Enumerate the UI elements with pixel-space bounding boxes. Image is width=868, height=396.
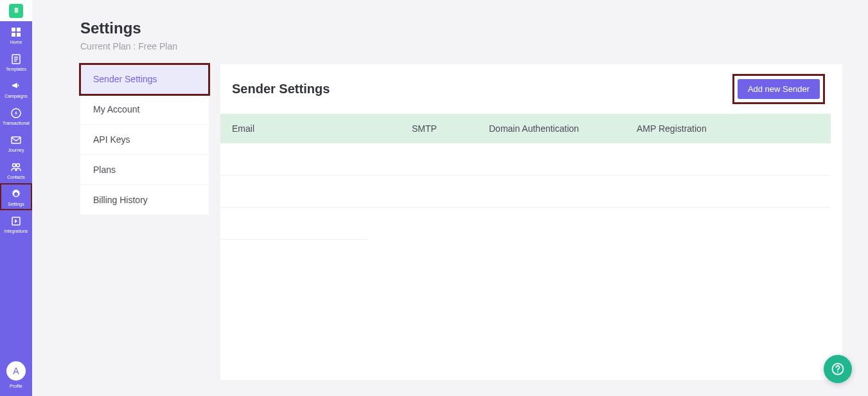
sidebar-item-label: Contacts [7, 175, 25, 179]
sidebar: III Home Templates Campaigns Transaction… [0, 0, 32, 396]
svg-rect-2 [12, 33, 15, 37]
contacts-icon [10, 161, 22, 173]
mail-icon [10, 134, 22, 146]
col-amp: AMP Registration [637, 123, 819, 134]
svg-rect-9 [12, 137, 21, 143]
settings-menu-account[interactable]: My Account [80, 94, 209, 125]
add-sender-highlight: Add new Sender [734, 76, 823, 102]
col-email: Email [232, 123, 412, 134]
settings-menu: Sender Settings My Account API Keys Plan… [80, 64, 209, 380]
gear-icon [10, 188, 22, 200]
svg-rect-1 [17, 28, 21, 32]
settings-menu-sender[interactable]: Sender Settings [80, 64, 209, 94]
col-smtp: SMTP [412, 123, 489, 134]
sidebar-item-label: Home [10, 40, 22, 44]
svg-point-11 [17, 164, 20, 167]
add-new-sender-button[interactable]: Add new Sender [738, 79, 820, 99]
settings-menu-apikeys[interactable]: API Keys [80, 125, 209, 155]
home-icon [10, 26, 22, 38]
svg-point-10 [13, 164, 16, 167]
help-icon [831, 363, 844, 375]
megaphone-icon [10, 80, 22, 92]
sidebar-item-contacts[interactable]: Contacts [0, 156, 32, 183]
sidebar-item-settings[interactable]: Settings [0, 183, 32, 210]
page-title: Settings [80, 19, 842, 37]
sidebar-item-label: Transactional [3, 121, 30, 125]
table-row [220, 143, 831, 176]
panel: Sender Settings Add new Sender Email SMT… [220, 64, 842, 380]
page-subtitle: Current Plan : Free Plan [80, 41, 842, 51]
svg-point-14 [837, 372, 838, 373]
sidebar-item-templates[interactable]: Templates [0, 48, 32, 75]
templates-icon [10, 53, 22, 65]
avatar-letter: A [13, 366, 19, 376]
profile-label: Profile [10, 384, 22, 388]
sidebar-item-label: Campaigns [4, 94, 27, 98]
settings-menu-plans[interactable]: Plans [80, 155, 209, 185]
sidebar-item-journey[interactable]: Journey [0, 129, 32, 156]
svg-rect-0 [12, 28, 15, 32]
sidebar-item-label: Templates [6, 67, 26, 71]
table-body [220, 143, 842, 240]
panel-title: Sender Settings [232, 82, 330, 96]
logo[interactable]: III [0, 0, 32, 21]
sidebar-item-campaigns[interactable]: Campaigns [0, 75, 32, 102]
bolt-icon [10, 107, 22, 119]
integrations-icon [10, 215, 22, 227]
settings-menu-billing[interactable]: Billing History [80, 185, 209, 215]
col-domain-auth: Domain Authentication [489, 123, 637, 134]
sidebar-item-label: Settings [8, 202, 24, 206]
sidebar-item-transactional[interactable]: Transactional [0, 102, 32, 129]
main-content: Settings Current Plan : Free Plan Sender… [32, 0, 868, 396]
sidebar-item-label: Journey [8, 148, 24, 152]
sidebar-item-label: Integrations [4, 229, 28, 233]
table-header: Email SMTP Domain Authentication AMP Reg… [220, 114, 831, 143]
help-button[interactable] [824, 355, 852, 383]
sidebar-item-home[interactable]: Home [0, 21, 32, 48]
sidebar-item-integrations[interactable]: Integrations [0, 210, 32, 237]
svg-rect-3 [17, 33, 21, 37]
avatar[interactable]: A [6, 361, 26, 381]
table-row [220, 208, 368, 240]
table-row [220, 176, 831, 208]
